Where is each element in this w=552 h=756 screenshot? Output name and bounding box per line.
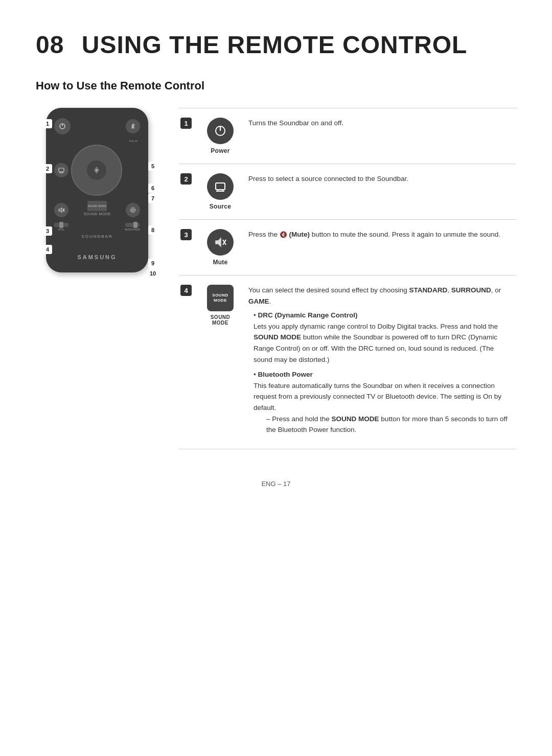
badge-1: 1 xyxy=(43,119,52,128)
dpad[interactable] xyxy=(71,145,122,196)
pair-button[interactable] xyxy=(126,119,140,133)
mute-icon-circle xyxy=(207,229,234,256)
desc-icon-soundmode: SOUND MODE SOUND MODE xyxy=(197,276,243,449)
svg-point-13 xyxy=(131,209,134,211)
badge-9: 9 xyxy=(148,259,157,268)
soundmode-icon-circle: SOUND MODE xyxy=(207,285,234,311)
desc-row-soundmode: 4 SOUND MODE SOUND MODE You can select t… xyxy=(179,275,516,449)
source-icon-circle xyxy=(207,173,234,200)
remote-body: PAIR xyxy=(46,108,148,272)
pair-label: PAIR xyxy=(129,140,138,143)
power-label: Power xyxy=(211,147,230,154)
mute-button[interactable] xyxy=(54,203,68,217)
desc-text-source: Press to select a source connected to th… xyxy=(243,164,516,219)
power-button[interactable] xyxy=(54,118,71,134)
desc-row-source: 2 Source Press to select a source connec… xyxy=(179,164,516,219)
svg-marker-10 xyxy=(59,208,62,213)
desc-num-4: 4 xyxy=(179,276,197,449)
desc-text-power: Turns the Soundbar on and off. xyxy=(243,108,516,164)
desc-icon-mute: Mute xyxy=(197,220,243,275)
page-title: 08 USING THE REMOTE CONTROL xyxy=(36,31,516,59)
desc-icon-power: Power xyxy=(197,108,243,164)
desc-text-mute: Press the 🔇 (Mute) button to mute the so… xyxy=(243,220,516,275)
samsung-label: SAMSUNG xyxy=(54,254,140,260)
sound-mode-button[interactable]: SOUND MODE xyxy=(87,201,107,211)
desc-num-3: 3 xyxy=(179,220,197,275)
sound-mode-section: SOUND MODE SOUND MODE xyxy=(83,201,110,216)
badge-8: 8 xyxy=(148,225,157,235)
desc-num-2: 2 xyxy=(179,164,197,219)
soundbar-label: SOUNDBAR xyxy=(54,234,140,239)
badge-7: 7 xyxy=(148,194,157,203)
badge-2: 2 xyxy=(43,164,52,173)
badge-6: 6 xyxy=(148,184,157,193)
desc-row-mute: 3 Mute Press the 🔇 (Mute) button to mute… xyxy=(179,219,516,275)
svg-rect-17 xyxy=(216,183,225,190)
desc-text-soundmode: You can select the desired sound effect … xyxy=(243,276,516,449)
desc-row-power: 1 Power Turns the Soundbar on and off. xyxy=(179,108,516,164)
dpad-ring xyxy=(71,145,122,196)
sound-mode-label: SOUND MODE xyxy=(83,212,110,216)
badge-4: 4 xyxy=(43,245,52,254)
source-button[interactable] xyxy=(54,163,68,177)
mute-label: Mute xyxy=(213,259,227,266)
svg-point-14 xyxy=(130,208,135,213)
content-area: PAIR xyxy=(36,108,516,449)
badge-10: 10 xyxy=(148,269,157,278)
settings-button[interactable] xyxy=(126,203,140,217)
descriptions-table: 1 Power Turns the Soundbar on and off. 2 xyxy=(179,108,516,449)
svg-marker-21 xyxy=(216,238,221,246)
woofer-slider[interactable]: WOOFER xyxy=(125,223,140,231)
desc-icon-source: Source xyxy=(197,164,243,219)
section-subtitle: How to Use the Remote Control xyxy=(36,79,516,93)
svg-rect-2 xyxy=(59,168,64,172)
desc-num-1: 1 xyxy=(179,108,197,164)
badge-5: 5 xyxy=(148,162,157,171)
sliders-row: VOL WOOFER xyxy=(54,223,140,231)
remote-illustration: PAIR xyxy=(36,108,158,272)
page-footer: ENG – 17 xyxy=(36,480,516,488)
soundmode-label: SOUND MODE xyxy=(202,314,238,326)
source-label: Source xyxy=(210,203,231,210)
power-icon-circle xyxy=(207,118,234,144)
badge-3: 3 xyxy=(43,226,52,236)
vol-slider[interactable]: VOL xyxy=(54,223,68,231)
